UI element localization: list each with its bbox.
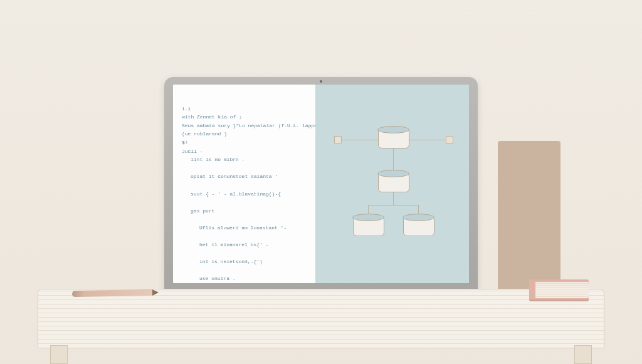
database-icon — [353, 216, 384, 236]
desk-surface — [38, 289, 604, 348]
desk-leg — [574, 345, 592, 364]
code-line: (ue roblarand ) — [182, 131, 227, 137]
notebook-icon — [529, 279, 589, 301]
code-line: lint is mo mibrn - — [182, 155, 307, 164]
desk-leg — [50, 345, 68, 364]
node-icon — [334, 136, 342, 143]
laptop: i.i with Zennet kia of ; Seus ambata sor… — [161, 77, 481, 304]
code-line: use onulra . — [182, 274, 307, 283]
database-icon — [378, 128, 409, 148]
laptop-screen: i.i with Zennet kia of ; Seus ambata sor… — [173, 85, 469, 283]
code-line: Uflis aluwerd am lunastant '- — [182, 224, 307, 232]
code-line: $! — [182, 140, 188, 145]
code-line: i.i — [182, 106, 191, 112]
database-diagram — [315, 85, 469, 283]
laptop-screen-frame: i.i with Zennet kia of ; Seus ambata sor… — [164, 77, 478, 293]
code-line: Jucll - — [182, 148, 203, 154]
code-line: oplat it conunstoet salanta ' — [182, 172, 307, 181]
illustration-scene: i.i with Zennet kia of ; Seus ambata sor… — [0, 0, 642, 364]
code-line: Seus ambata sory }"Lu nepatalar (f.U.L. … — [182, 123, 329, 128]
code-editor-pane: i.i with Zennet kia of ; Seus ambata sor… — [173, 85, 315, 283]
database-icon — [378, 172, 409, 192]
wall-shadow — [498, 141, 560, 291]
code-line: het il minanarel bs{' - — [182, 241, 307, 249]
code-line: gas purt — [182, 207, 307, 216]
connector-line — [393, 192, 394, 205]
camera-icon — [320, 80, 322, 83]
node-icon — [446, 136, 453, 143]
code-line: inl is neietsond,-{') — [182, 257, 307, 266]
code-line: with Zennet kia of ; — [182, 114, 242, 120]
database-icon — [403, 216, 434, 236]
code-line: suut { - ' - al.blavatinag()-{ — [182, 190, 307, 199]
connector-line — [368, 205, 419, 205]
code-block: i.i with Zennet kia of ; Seus ambata sor… — [182, 96, 307, 283]
diagram-pane — [315, 85, 469, 283]
